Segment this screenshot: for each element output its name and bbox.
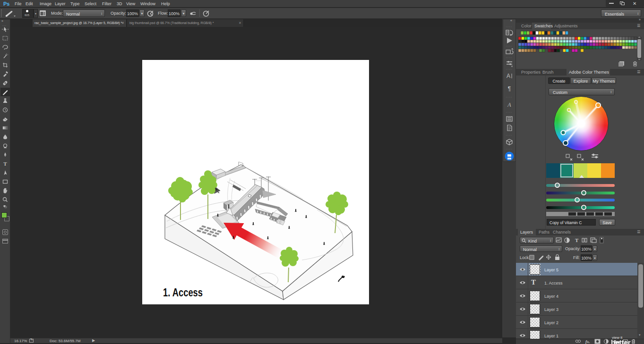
svg-text:¶: ¶ <box>508 85 511 92</box>
svg-text:A: A <box>507 101 511 108</box>
svg-text:A: A <box>507 73 510 79</box>
svg-text:1. Access: 1. Access <box>163 286 203 299</box>
svg-text:T: T <box>3 161 7 167</box>
svg-text:T: T <box>575 237 579 243</box>
svg-text:fx.: fx. <box>585 339 590 344</box>
